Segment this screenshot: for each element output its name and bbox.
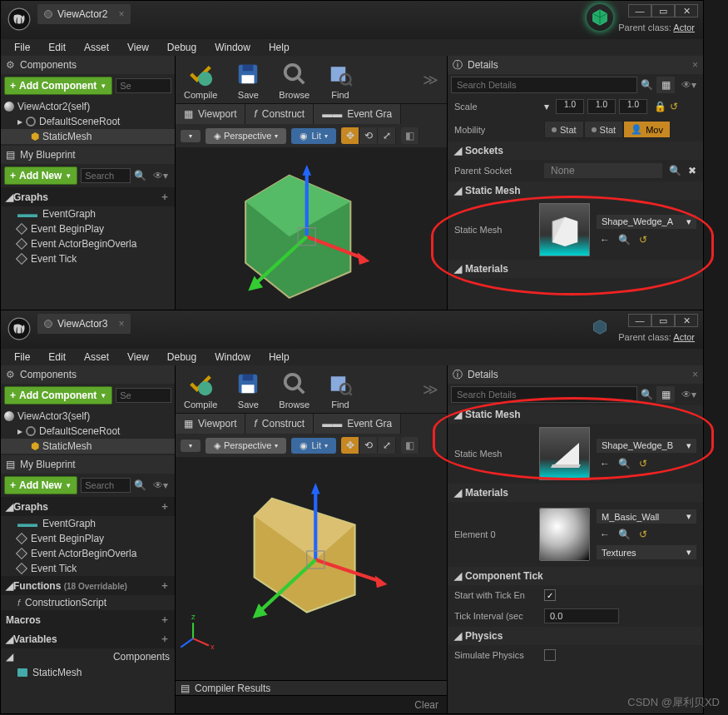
- staticmesh-section[interactable]: ◢ Static Mesh: [448, 405, 703, 424]
- close-button[interactable]: ✕: [675, 314, 698, 327]
- variables-header[interactable]: ◢Variables＋: [1, 629, 175, 648]
- material-thumbnail[interactable]: [539, 508, 590, 561]
- add-icon[interactable]: ＋: [160, 632, 170, 646]
- compile-button[interactable]: Compile: [184, 60, 217, 100]
- components-search[interactable]: [116, 388, 171, 403]
- staticmesh-thumbnail[interactable]: [539, 203, 590, 256]
- viewport-3d[interactable]: z x: [176, 457, 447, 680]
- save-button[interactable]: Save: [234, 370, 262, 410]
- tab-viewactor3[interactable]: ViewActor3×: [37, 314, 131, 334]
- event-beginplay[interactable]: Event BeginPlay: [1, 221, 175, 236]
- menu-file[interactable]: File: [6, 40, 38, 55]
- staticmesh-dropdown[interactable]: Shape_Wedge_B▾: [597, 439, 696, 453]
- scale-z-input[interactable]: 1.0: [619, 99, 647, 114]
- close-icon[interactable]: ×: [118, 8, 124, 20]
- rotate-gizmo[interactable]: ⟲: [359, 127, 378, 144]
- search-icon[interactable]: 🔍: [134, 170, 146, 181]
- blueprint-cube-icon[interactable]: [587, 314, 613, 340]
- viewport-options[interactable]: ▾: [181, 439, 201, 452]
- maximize-button[interactable]: ▭: [651, 314, 675, 327]
- menu-window[interactable]: Window: [206, 350, 259, 365]
- tickinterval-input[interactable]: [544, 608, 619, 623]
- gear-icon[interactable]: ⚙: [6, 59, 15, 71]
- menu-help[interactable]: Help: [260, 350, 298, 365]
- menu-asset[interactable]: Asset: [76, 40, 117, 55]
- reset-icon[interactable]: ↺: [639, 234, 647, 246]
- add-component-button[interactable]: +Add Component▼: [4, 386, 112, 405]
- eventgraph-item[interactable]: ▬▬EventGraph: [1, 516, 175, 531]
- search-icon[interactable]: 🔍: [134, 479, 146, 491]
- toolbar-overflow-icon[interactable]: ≫: [423, 71, 438, 89]
- add-new-button[interactable]: +Add New▼: [4, 166, 77, 185]
- property-matrix-button[interactable]: ▦: [656, 77, 675, 93]
- menu-window[interactable]: Window: [206, 40, 259, 55]
- tab-viewport[interactable]: ▦Viewport: [176, 414, 245, 434]
- maximize-button[interactable]: ▭: [651, 4, 675, 17]
- reset-icon[interactable]: ↺: [639, 458, 647, 469]
- tab-construction[interactable]: fConstruct: [245, 414, 314, 434]
- eye-icon[interactable]: 👁▾: [678, 79, 700, 91]
- add-new-button[interactable]: +Add New▼: [4, 476, 77, 494]
- menu-file[interactable]: File: [6, 350, 38, 365]
- myblueprint-search[interactable]: [81, 478, 131, 493]
- search-icon[interactable]: 🔍: [641, 79, 653, 91]
- staticmesh-dropdown[interactable]: Shape_Wedge_A▾: [597, 215, 696, 229]
- textures-dropdown[interactable]: Textures▾: [597, 545, 696, 559]
- lit-button[interactable]: ◉ Lit▾: [291, 128, 336, 144]
- simulatephysics-checkbox[interactable]: [544, 649, 556, 661]
- menu-view[interactable]: View: [119, 40, 157, 55]
- save-button[interactable]: Save: [234, 60, 262, 100]
- property-matrix-button[interactable]: ▦: [656, 386, 675, 403]
- reset-icon[interactable]: ↺: [670, 101, 678, 112]
- tab-viewport[interactable]: ▦Viewport: [176, 104, 245, 124]
- snap-button[interactable]: ◧: [401, 437, 419, 454]
- componenttick-section[interactable]: ◢ Component Tick: [448, 567, 703, 585]
- myblueprint-search[interactable]: [81, 168, 131, 183]
- tree-static-mesh[interactable]: ⬢StaticMesh: [1, 129, 175, 144]
- tab-viewactor2[interactable]: ViewActor2 ×: [37, 4, 131, 24]
- close-icon[interactable]: ×: [692, 369, 698, 380]
- lock-icon[interactable]: 🔒: [654, 101, 666, 112]
- tree-actor-root[interactable]: ViewActor2(self): [1, 99, 175, 114]
- materials-section[interactable]: ◢ Materials: [448, 484, 703, 502]
- event-actorbeginoverlap[interactable]: Event ActorBeginOverla: [1, 546, 175, 561]
- browse-button[interactable]: Browse: [279, 370, 310, 410]
- scale-y-input[interactable]: 1.0: [587, 99, 616, 114]
- clear-icon[interactable]: ✖: [688, 165, 696, 176]
- event-beginplay[interactable]: Event BeginPlay: [1, 531, 175, 546]
- reset-icon[interactable]: ↺: [639, 529, 647, 540]
- variables-components[interactable]: ◢Components: [1, 648, 175, 665]
- snap-button[interactable]: ◧: [401, 127, 419, 144]
- menu-view[interactable]: View: [119, 350, 157, 365]
- materials-section[interactable]: ◢ Materials: [448, 260, 703, 278]
- event-tick[interactable]: Event Tick: [1, 251, 175, 266]
- add-icon[interactable]: ＋: [160, 499, 170, 514]
- menu-debug[interactable]: Debug: [159, 350, 205, 365]
- parent-class-link[interactable]: Actor: [673, 22, 695, 32]
- add-component-button[interactable]: +Add Component▼: [4, 77, 112, 95]
- staticmesh-section[interactable]: ◢ Static Mesh: [448, 181, 703, 200]
- gear-icon[interactable]: ⚙: [6, 369, 15, 380]
- find-button[interactable]: Find: [326, 370, 354, 410]
- blueprint-cube-icon[interactable]: [587, 4, 613, 31]
- compile-button[interactable]: Compile: [184, 370, 217, 410]
- graphs-header[interactable]: ◢Graphs＋: [1, 187, 175, 206]
- minimize-button[interactable]: —: [628, 314, 651, 327]
- details-search-input[interactable]: [451, 77, 637, 93]
- constructionscript-item[interactable]: fConstructionScript: [1, 595, 175, 610]
- startwithtick-checkbox[interactable]: ✓: [544, 589, 556, 601]
- variable-staticmesh[interactable]: StaticMesh: [1, 665, 175, 680]
- browse-icon[interactable]: 🔍: [618, 234, 631, 246]
- tree-scene-root[interactable]: ▸DefaultSceneRoot: [1, 114, 175, 129]
- sockets-section[interactable]: ◢ Sockets: [448, 142, 703, 160]
- use-selected-icon[interactable]: ←: [600, 529, 610, 540]
- use-selected-icon[interactable]: ←: [600, 234, 610, 246]
- graphs-header[interactable]: ◢Graphs＋: [1, 497, 175, 516]
- scale-gizmo[interactable]: ⤢: [378, 437, 396, 454]
- find-button[interactable]: Find: [326, 60, 354, 100]
- perspective-button[interactable]: ◈ Perspective▾: [206, 438, 286, 454]
- eye-icon[interactable]: 👁▾: [150, 170, 171, 181]
- translate-gizmo[interactable]: ✥: [341, 437, 359, 454]
- staticmesh-thumbnail[interactable]: [539, 427, 590, 480]
- add-icon[interactable]: ＋: [160, 613, 170, 627]
